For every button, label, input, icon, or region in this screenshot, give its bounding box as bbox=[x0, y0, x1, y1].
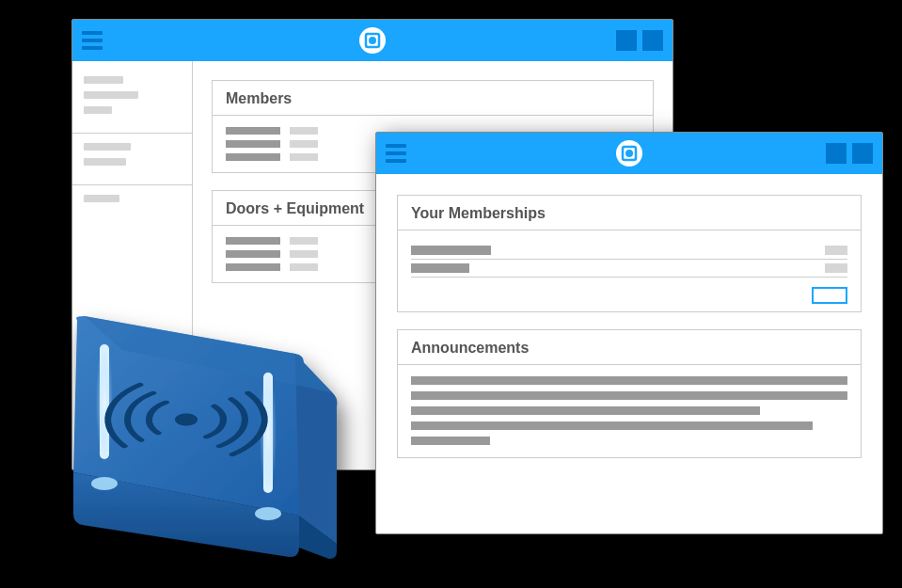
membership-action-button[interactable] bbox=[812, 287, 847, 304]
sidebar-item[interactable] bbox=[84, 106, 112, 114]
topbar bbox=[72, 20, 673, 61]
top-actions bbox=[616, 30, 663, 51]
announcement-line bbox=[411, 406, 760, 415]
top-action-1[interactable] bbox=[616, 30, 637, 51]
sidebar-item[interactable] bbox=[84, 195, 119, 202]
announcement-line bbox=[411, 391, 847, 400]
sidebar-item[interactable] bbox=[84, 91, 138, 99]
announcement-line bbox=[411, 437, 490, 445]
announcements-card: Announcements bbox=[397, 329, 862, 458]
svg-point-2 bbox=[369, 37, 376, 44]
rfid-reader-device bbox=[17, 299, 374, 581]
top-action-1[interactable] bbox=[826, 143, 847, 164]
announcements-card-title: Announcements bbox=[398, 330, 861, 365]
topbar bbox=[376, 133, 882, 174]
logo-icon bbox=[616, 140, 642, 167]
announcement-line bbox=[411, 421, 813, 430]
svg-point-5 bbox=[625, 150, 633, 157]
member-window: Your Memberships Announcements bbox=[375, 132, 883, 534]
sidebar-item[interactable] bbox=[84, 158, 126, 166]
sidebar-item[interactable] bbox=[84, 143, 131, 151]
memberships-card: Your Memberships bbox=[397, 195, 862, 312]
top-actions bbox=[826, 143, 873, 164]
sidebar-item[interactable] bbox=[84, 76, 123, 84]
top-action-2[interactable] bbox=[852, 143, 873, 164]
hamburger-icon[interactable] bbox=[82, 31, 103, 50]
members-card-title: Members bbox=[213, 81, 653, 116]
announcement-line bbox=[411, 376, 847, 385]
membership-row bbox=[411, 260, 847, 278]
logo-icon bbox=[359, 27, 386, 54]
svg-rect-7 bbox=[96, 341, 113, 463]
memberships-card-title: Your Memberships bbox=[398, 196, 861, 230]
svg-point-11 bbox=[255, 507, 281, 520]
hamburger-icon[interactable] bbox=[386, 144, 406, 163]
top-action-2[interactable] bbox=[642, 30, 663, 51]
svg-point-10 bbox=[91, 477, 118, 490]
membership-row bbox=[411, 242, 847, 260]
